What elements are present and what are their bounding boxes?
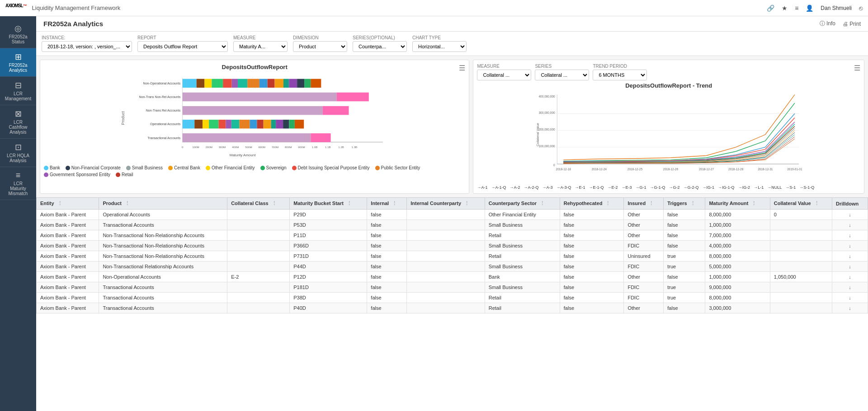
measure-select[interactable]: Maturity A... (233, 41, 288, 52)
drilldown-button[interactable]: ↓ (849, 264, 851, 269)
sort-internal[interactable]: ⋮ (392, 201, 397, 206)
col-internal[interactable]: Internal ⋮ (367, 198, 407, 210)
table-cell: Other (624, 272, 664, 282)
series-select[interactable]: Counterpa... (353, 41, 407, 52)
table-cell: false (367, 272, 407, 282)
table-cell (407, 230, 485, 241)
table-cell: Non-Operational Accounts (99, 272, 227, 282)
sort-maturity-bucket[interactable]: ⋮ (347, 201, 352, 206)
sort-maturity-amount[interactable]: ⋮ (751, 201, 756, 206)
table-cell: P44D (290, 262, 367, 272)
table-cell (227, 282, 290, 293)
table-cell (770, 241, 832, 251)
svg-rect-34 (297, 79, 304, 88)
table-cell: false (560, 220, 624, 230)
table-cell: Axiom Bank - Parent (37, 303, 99, 313)
report-select[interactable]: Deposits Outflow Report (137, 41, 228, 52)
table-row: Axiom Bank - ParentNon-Transactional Non… (37, 251, 868, 262)
drilldown-button[interactable]: ↓ (849, 285, 851, 290)
trend-period-select[interactable]: 6 MONTHS (593, 70, 647, 80)
table-cell (227, 220, 290, 230)
info-button[interactable]: ⓘ Info (820, 20, 835, 28)
col-entity[interactable]: Entity ⋮ (37, 198, 99, 210)
chart-type-select[interactable]: Horizontal... (412, 41, 467, 52)
svg-rect-37 (183, 93, 337, 102)
col-triggers[interactable]: Triggers ⋮ (664, 198, 705, 210)
col-rehypo[interactable]: Rehypothecated ⋮ (560, 198, 624, 210)
sidebar-item-maturity[interactable]: ≡ LCR Maturity Mismatch (0, 167, 36, 200)
drilldown-button[interactable]: ↓ (849, 212, 851, 217)
sidebar-item-hqla[interactable]: ⊡ LCR HQLA Analysis (0, 139, 36, 167)
table-cell: 4,000,000 (705, 241, 770, 251)
table-cell: false (560, 272, 624, 282)
table-area[interactable]: Entity ⋮ Product ⋮ Collateral Class ⋮ Ma… (36, 197, 868, 411)
table-cell: Axiom Bank - Parent (37, 282, 99, 293)
drilldown-cell: ↓ (832, 262, 868, 272)
sidebar-item-lcr-mgmt[interactable]: ⊟ LCR Management (0, 77, 36, 105)
col-maturity-bucket[interactable]: Maturity Bucket Start ⋮ (290, 198, 367, 210)
bar-chart-menu[interactable]: ☰ (459, 64, 465, 72)
chart-type-group: CHART TYPE Horizontal... (412, 35, 467, 52)
print-button[interactable]: 🖨 Print (843, 21, 861, 27)
table-cell: Axiom Bank - Parent (37, 251, 99, 262)
sort-cp-sector[interactable]: ⋮ (540, 201, 545, 206)
instance-select[interactable]: 2018-12-18, version: , version_... (42, 41, 132, 52)
trend-series-select[interactable]: Collateral ... (535, 70, 589, 80)
sort-collateral-class[interactable]: ⋮ (272, 201, 277, 206)
sort-rehypo[interactable]: ⋮ (605, 201, 610, 206)
link-icon[interactable]: 🔗 (767, 5, 774, 12)
table-cell: E-2 (227, 272, 290, 282)
col-collateral-class[interactable]: Collateral Class ⋮ (227, 198, 290, 210)
col-internal-cp[interactable]: Internal Counterparty ⋮ (407, 198, 485, 210)
drilldown-cell: ↓ (832, 293, 868, 303)
logout-icon[interactable]: ⎋ (859, 5, 863, 12)
table-cell: false (560, 251, 624, 262)
sort-internal-cp[interactable]: ⋮ (464, 201, 469, 206)
sidebar-item-analytics[interactable]: ⊞ FR2052a Analytics (0, 48, 36, 77)
svg-rect-32 (283, 79, 289, 88)
sidebar-label-cashflow: LCR Cashflow Analysis (9, 120, 27, 135)
drilldown-button[interactable]: ↓ (849, 233, 851, 238)
trend-measure-select[interactable]: Collateral ... (477, 70, 531, 80)
svg-text:Operational Accounts: Operational Accounts (150, 122, 181, 126)
col-product[interactable]: Product ⋮ (99, 198, 227, 210)
trend-chart-menu[interactable]: ☰ (854, 64, 860, 72)
drilldown-cell: ↓ (832, 230, 868, 241)
col-insured[interactable]: Insured ⋮ (624, 198, 664, 210)
drilldown-button[interactable]: ↓ (849, 274, 851, 280)
drilldown-button[interactable]: ↓ (849, 295, 851, 300)
table-cell: false (560, 293, 624, 303)
col-cp-sector[interactable]: Counterparty Sector ⋮ (485, 198, 560, 210)
drilldown-button[interactable]: ↓ (849, 253, 851, 259)
sidebar-item-status[interactable]: ◎ FR2052a Status (0, 20, 36, 48)
svg-rect-30 (268, 79, 275, 88)
sort-product[interactable]: ⋮ (125, 201, 130, 206)
col-maturity-amount[interactable]: Maturity Amount ⋮ (705, 198, 770, 210)
col-collateral-value[interactable]: Collateral Value ⋮ (770, 198, 832, 210)
svg-text:1.3B: 1.3B (352, 145, 358, 149)
sort-triggers[interactable]: ⋮ (690, 201, 695, 206)
sort-collateral-value[interactable]: ⋮ (814, 201, 819, 206)
sidebar-item-cashflow[interactable]: ⊠ LCR Cashflow Analysis (0, 105, 36, 139)
svg-text:0: 0 (182, 145, 184, 149)
svg-rect-23 (204, 79, 212, 88)
table-cell: Transactional Accounts (99, 303, 227, 313)
table-cell: Non-Transactional Non-Relationship Accou… (99, 251, 227, 262)
svg-text:1.1B: 1.1B (325, 145, 331, 149)
sort-insured[interactable]: ⋮ (649, 201, 654, 206)
dimension-select[interactable]: Product (293, 41, 347, 52)
sort-entity[interactable]: ⋮ (57, 201, 62, 206)
svg-rect-44 (209, 120, 218, 129)
star-icon[interactable]: ★ (782, 5, 788, 12)
legend-ofe: Other Financial Entity (206, 165, 255, 170)
drilldown-button[interactable]: ↓ (849, 305, 851, 311)
table-cell: P38D (290, 293, 367, 303)
table-cell: Axiom Bank - Parent (37, 293, 99, 303)
table-cell: false (367, 220, 407, 230)
layers-icon[interactable]: ≡ (795, 5, 798, 12)
table-cell: false (367, 293, 407, 303)
drilldown-button[interactable]: ↓ (849, 222, 851, 228)
drilldown-button[interactable]: ↓ (849, 243, 851, 248)
svg-text:600M: 600M (258, 145, 265, 149)
legend-retail: Retail (116, 172, 133, 177)
